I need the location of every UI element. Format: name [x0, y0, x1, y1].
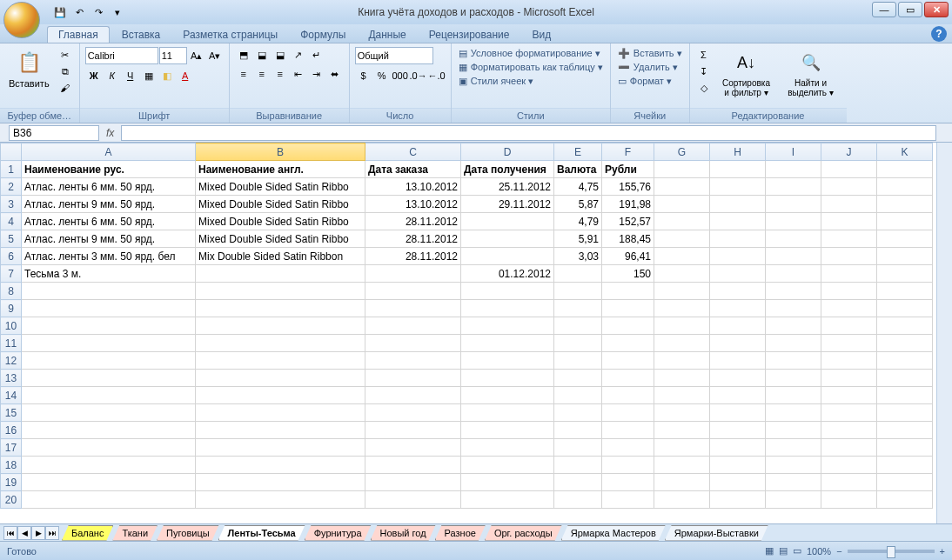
cell[interactable] — [710, 196, 766, 213]
clear-icon[interactable]: ◇ — [695, 80, 713, 96]
cell[interactable] — [654, 422, 710, 439]
cell[interactable] — [710, 248, 766, 265]
cell[interactable] — [602, 352, 654, 370]
font-size-input[interactable] — [159, 47, 187, 64]
view-normal-icon[interactable]: ▦ — [765, 545, 774, 557]
cell[interactable] — [602, 283, 654, 300]
cell[interactable] — [766, 457, 821, 474]
cell[interactable] — [554, 387, 602, 404]
cell[interactable] — [461, 213, 554, 230]
cell[interactable] — [461, 335, 554, 352]
cell[interactable] — [554, 265, 602, 283]
cell[interactable] — [654, 387, 710, 404]
maximize-button[interactable]: ▭ — [898, 2, 922, 17]
table-header-cell[interactable]: Дата заказа — [365, 161, 461, 178]
row-header-17[interactable]: 17 — [1, 439, 22, 457]
cell[interactable] — [821, 230, 877, 248]
cell[interactable] — [877, 370, 933, 387]
cell[interactable] — [877, 230, 933, 248]
view-layout-icon[interactable]: ▤ — [779, 545, 788, 557]
cell[interactable] — [365, 283, 461, 300]
cell[interactable] — [602, 370, 654, 387]
fx-icon[interactable]: fx — [106, 127, 114, 139]
cell[interactable] — [554, 439, 602, 457]
cell[interactable]: 29.11.2012 — [461, 196, 554, 213]
cell[interactable] — [766, 196, 821, 213]
indent-inc-icon[interactable]: ⇥ — [308, 66, 325, 82]
cell[interactable] — [877, 196, 933, 213]
view-break-icon[interactable]: ▭ — [793, 545, 801, 557]
cell[interactable] — [602, 404, 654, 422]
cell[interactable] — [877, 300, 933, 317]
cell[interactable] — [602, 422, 654, 439]
col-header-corner[interactable] — [1, 143, 22, 161]
cell[interactable] — [710, 161, 766, 178]
inc-decimal-icon[interactable]: .0→ — [410, 68, 427, 83]
row-header-1[interactable]: 1 — [1, 161, 22, 178]
cell[interactable]: 28.11.2012 — [365, 248, 461, 265]
cell[interactable] — [196, 352, 365, 370]
cell[interactable] — [821, 352, 877, 370]
cell[interactable] — [821, 248, 877, 265]
cell[interactable] — [196, 265, 365, 283]
cell[interactable] — [710, 317, 766, 335]
cell[interactable] — [710, 335, 766, 352]
cell[interactable]: 188,45 — [602, 230, 654, 248]
cell[interactable]: 01.12.2012 — [461, 265, 554, 283]
row-header-12[interactable]: 12 — [1, 352, 22, 370]
cell[interactable] — [196, 422, 365, 439]
redo-icon[interactable]: ↷ — [91, 4, 106, 20]
table-header-cell[interactable]: Наименование англ. — [196, 161, 365, 178]
office-button[interactable] — [3, 2, 40, 38]
col-header-F[interactable]: F — [602, 143, 654, 161]
cell[interactable] — [602, 387, 654, 404]
cell[interactable] — [821, 404, 877, 422]
cell[interactable] — [821, 213, 877, 230]
col-header-J[interactable]: J — [821, 143, 877, 161]
cell[interactable] — [766, 265, 821, 283]
cell[interactable]: 96,41 — [602, 248, 654, 265]
row-header-6[interactable]: 6 — [1, 248, 22, 265]
cell[interactable]: Атлас. ленты 9 мм. 50 ярд. — [22, 230, 196, 248]
cell[interactable] — [766, 161, 821, 178]
save-icon[interactable]: 💾 — [52, 4, 68, 20]
cell[interactable]: Атлас. ленты 6 мм. 50 ярд. — [22, 213, 196, 230]
cell[interactable]: 28.11.2012 — [365, 213, 461, 230]
cell[interactable] — [821, 335, 877, 352]
cell[interactable] — [877, 178, 933, 196]
cell[interactable]: Атлас. ленты 9 мм. 50 ярд. — [22, 196, 196, 213]
cell[interactable] — [554, 404, 602, 422]
cell[interactable] — [196, 439, 365, 457]
cell[interactable] — [196, 457, 365, 474]
cell[interactable] — [766, 474, 821, 491]
cell[interactable] — [877, 248, 933, 265]
cell[interactable] — [461, 248, 554, 265]
cell[interactable] — [877, 491, 933, 509]
col-header-H[interactable]: H — [710, 143, 766, 161]
sheet-tab-Ярмарка Мастеров[interactable]: Ярмарка Мастеров — [561, 525, 666, 541]
cell[interactable] — [365, 422, 461, 439]
cell[interactable] — [554, 422, 602, 439]
cell[interactable] — [196, 387, 365, 404]
cell[interactable] — [821, 196, 877, 213]
cell[interactable] — [461, 422, 554, 439]
table-header-cell[interactable]: Рубли — [602, 161, 654, 178]
cell[interactable] — [554, 474, 602, 491]
autosum-icon[interactable]: Σ — [695, 47, 713, 63]
sort-filter-button[interactable]: A↓ Сортировка и фильтр ▾ — [716, 47, 777, 99]
row-header-5[interactable]: 5 — [1, 230, 22, 248]
cell[interactable] — [821, 178, 877, 196]
col-header-D[interactable]: D — [461, 143, 554, 161]
cell[interactable] — [461, 317, 554, 335]
cell[interactable] — [196, 317, 365, 335]
cell[interactable]: 4,75 — [554, 178, 602, 196]
cell[interactable] — [365, 457, 461, 474]
row-header-20[interactable]: 20 — [1, 491, 22, 509]
cell[interactable] — [22, 404, 196, 422]
cell[interactable] — [766, 213, 821, 230]
tab-formulas[interactable]: Формулы — [290, 27, 356, 43]
cell[interactable] — [654, 491, 710, 509]
cell[interactable] — [877, 404, 933, 422]
orientation-icon[interactable]: ↗ — [290, 47, 307, 63]
sheet-tab-Орг. расходы[interactable]: Орг. расходы — [485, 525, 562, 541]
